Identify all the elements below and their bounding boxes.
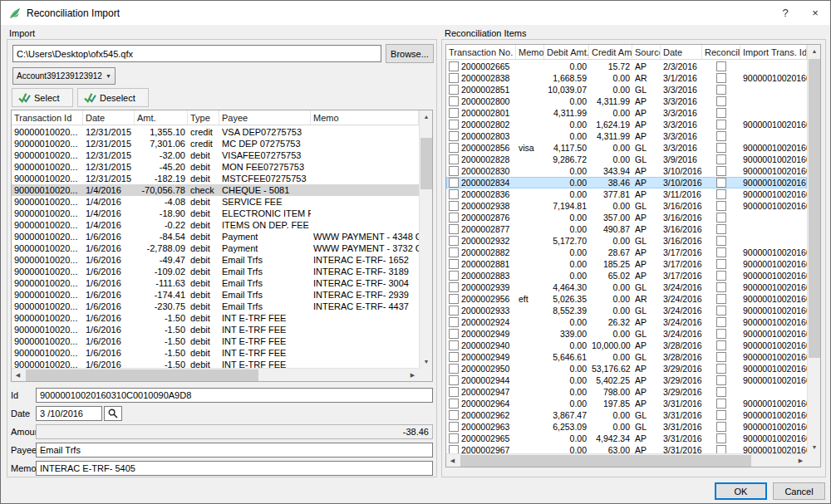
row-select-checkbox[interactable] [449,387,459,397]
recon-table-row[interactable]: 20000028340.0038.46AP3/10/20169000001002… [446,177,807,188]
import-table-row[interactable]: 90000010020...1/6/2016-1.50debitINT E-TR… [12,324,419,335]
reconciled-checkbox[interactable] [716,375,726,385]
reconciled-checkbox[interactable] [716,433,726,443]
reconciled-checkbox[interactable] [716,271,726,281]
reconciled-checkbox[interactable] [716,399,726,409]
column-header-source[interactable]: Source [632,45,661,59]
row-select-checkbox[interactable] [449,364,459,374]
row-select-checkbox[interactable] [449,433,459,443]
reconciled-checkbox[interactable] [716,364,726,374]
scroll-up-icon[interactable]: ▲ [420,110,433,123]
recon-table-row[interactable]: 2000002856visa4,117.500.00GL3/3/20169000… [446,142,807,154]
column-header-memo[interactable]: Memo [311,110,419,125]
row-select-checkbox[interactable] [449,329,459,339]
recon-table-row[interactable]: 20000029500.0053,176.62AP3/29/2016900000… [446,363,807,374]
recon-table-row[interactable]: 20000028289,286.720.00GL3/9/201690000010… [446,154,807,165]
reconciled-checkbox[interactable] [716,85,726,95]
row-select-checkbox[interactable] [449,61,459,71]
date-search-button[interactable] [104,406,122,421]
recon-table-row[interactable]: 20000028360.00377.81AP3/11/2016900000100… [446,188,807,200]
date-field[interactable] [36,406,102,421]
recon-table-vscrollbar[interactable]: ▲ ▼ [807,45,820,453]
recon-table-row[interactable]: 20000028014,311.990.00AP3/3/2016 [446,107,807,119]
recon-table-row[interactable]: 20000029387,194.810.00GL3/16/20169000001… [446,200,807,212]
row-select-checkbox[interactable] [449,422,459,432]
scroll-up-icon[interactable]: ▲ [808,45,821,57]
reconciled-checkbox[interactable] [716,143,726,153]
column-header-credit-amt[interactable]: Credit Amt. [589,45,632,59]
reconciled-checkbox[interactable] [716,422,726,432]
reconciled-checkbox[interactable] [716,236,726,246]
account-select[interactable]: Account391239123912 ▼ [12,67,116,85]
row-select-checkbox[interactable] [449,166,459,176]
reconciled-checkbox[interactable] [716,108,726,118]
import-table-row[interactable]: 90000010020...12/31/2015-45.20debitMON F… [12,161,419,173]
import-table-row[interactable]: 90000010020...12/31/2015-32.00debitVISAF… [12,149,419,161]
recon-table-hscrollbar[interactable]: ◀ ▶ [446,453,807,467]
column-header-transaction-id[interactable]: Transaction Id [12,110,83,125]
column-header-debit-amt[interactable]: Debit Amt. [544,45,589,59]
reconciled-checkbox[interactable] [716,352,726,362]
reconciled-checkbox[interactable] [716,282,726,292]
browse-button[interactable]: Browse... [386,44,434,63]
row-select-checkbox[interactable] [449,294,459,304]
scroll-left-icon[interactable]: ◀ [446,454,459,467]
column-header-transaction-no[interactable]: Transaction No. [446,45,516,59]
payee-field[interactable] [36,443,433,458]
recon-table-row[interactable]: 20000029495,646.610.00GL3/28/20169000001… [446,351,807,363]
row-select-checkbox[interactable] [449,73,459,83]
row-select-checkbox[interactable] [449,306,459,316]
reconciled-checkbox[interactable] [716,317,726,327]
scroll-down-icon[interactable]: ▼ [808,441,821,453]
import-table-row[interactable]: 90000010020...12/31/20151,355.10creditVS… [12,126,419,138]
row-select-checkbox[interactable] [449,108,459,118]
column-header-import-trans-id[interactable]: Import Trans. Id [740,45,807,59]
row-select-checkbox[interactable] [449,259,459,269]
import-table-row[interactable]: 90000010020...1/6/2016-49.47debitEmail T… [12,254,419,266]
row-select-checkbox[interactable] [449,120,459,130]
recon-table-row[interactable]: 20000029623,867.470.00GL3/31/20169000001… [446,409,807,421]
row-select-checkbox[interactable] [449,352,459,362]
import-table-row[interactable]: 90000010020...1/6/2016-230.75debitEmail … [12,301,419,312]
row-select-checkbox[interactable] [449,96,459,106]
row-select-checkbox[interactable] [449,189,459,199]
row-select-checkbox[interactable] [449,224,459,234]
scroll-left-icon[interactable]: ◀ [12,369,24,382]
row-select-checkbox[interactable] [449,271,459,281]
import-table-row[interactable]: 90000010020...12/31/2015-182.19debitMSTC… [12,173,419,184]
vscroll-thumb[interactable] [809,59,820,358]
reconciled-checkbox[interactable] [716,178,726,188]
import-table-row[interactable]: 90000010020...12/31/20157,301.06creditMC… [12,138,419,149]
recon-table-row[interactable]: 20000029240.0026.32AP3/24/20169000001002… [446,316,807,328]
recon-table-row[interactable]: 2000002956eft5,026.350.00AR3/24/20169000… [446,293,807,305]
column-header-date[interactable]: Date [661,45,702,59]
reconciled-checkbox[interactable] [716,259,726,269]
recon-table-row[interactable]: 20000029636,253.090.00GL3/31/20169000001… [446,421,807,433]
reconciled-checkbox[interactable] [716,166,726,176]
recon-table-row[interactable]: 20000028830.0065.02AP3/17/20169000001002… [446,270,807,281]
row-select-checkbox[interactable] [449,154,459,164]
import-table-row[interactable]: 90000010020...1/6/2016-109.02debitEmail … [12,266,419,277]
recon-table-row[interactable]: 20000029325,172.700.00GL3/16/2016 [446,235,807,247]
hscroll-thumb[interactable] [460,455,751,467]
recon-table-row[interactable]: 20000028381,668.590.00AR3/1/201690000010… [446,72,807,84]
cancel-button[interactable]: Cancel [773,482,825,500]
row-select-checkbox[interactable] [449,213,459,223]
column-header-payee[interactable]: Payee [219,110,311,125]
vscroll-thumb[interactable] [420,138,432,189]
reconciled-checkbox[interactable] [716,96,726,106]
import-table-vscrollbar[interactable]: ▲ ▼ [419,110,432,368]
recon-table-row[interactable]: 20000028000.004,311.99AP3/3/2016 [446,95,807,107]
scroll-right-icon[interactable]: ▶ [794,454,807,467]
file-path-input[interactable] [12,45,381,62]
recon-table-row[interactable]: 200000285110,039.070.00GL3/3/2016 [446,84,807,95]
recon-table-row[interactable]: 20000029640.00197.85AP3/31/2016900000100… [446,398,807,409]
column-header-amt[interactable]: Amt. [135,110,188,125]
reconciled-checkbox[interactable] [716,213,726,223]
reconciled-checkbox[interactable] [716,294,726,304]
row-select-checkbox[interactable] [449,247,459,257]
import-table-hscrollbar[interactable]: ◀ ▶ [12,368,419,381]
recon-table-row[interactable]: 20000028030.004,311.99AP3/3/2016 [446,130,807,142]
reconciled-checkbox[interactable] [716,224,726,234]
import-table-row[interactable]: 90000010020...1/6/2016-174.41debitEmail … [12,289,419,301]
